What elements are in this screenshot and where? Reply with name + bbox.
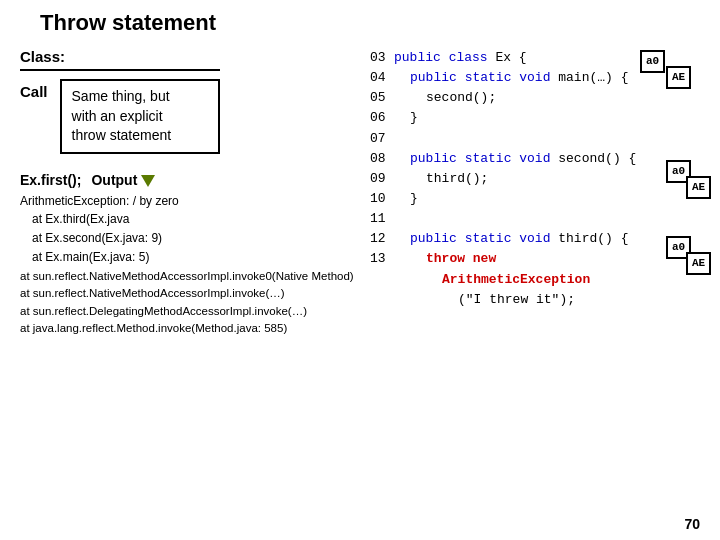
left-panel: Class: Call Same thing, but with an expl… bbox=[20, 48, 360, 337]
line-num-04: 04 bbox=[370, 68, 394, 88]
line-code-04: public static void main(…) { bbox=[394, 68, 628, 88]
line-num-07: 07 bbox=[370, 129, 394, 149]
page-number: 70 bbox=[684, 516, 700, 532]
line-code-09: third(); bbox=[394, 169, 488, 189]
code-line-09: 09 third(); bbox=[370, 169, 700, 189]
bottom-line-3: at sun.reflect.DelegatingMethodAccessorI… bbox=[20, 303, 360, 320]
ae-annotation-2: AE bbox=[686, 176, 711, 199]
class-label: Class: bbox=[20, 48, 360, 65]
call-line-1: Same thing, but bbox=[72, 88, 170, 104]
line-code-11 bbox=[394, 209, 402, 229]
call-line-2: with an explicit bbox=[72, 108, 163, 124]
code-line-13: 13 throw new bbox=[370, 249, 700, 269]
line-code-10: } bbox=[394, 189, 418, 209]
bottom-line-2: at sun.reflect.NativeMethodAccessorImpl.… bbox=[20, 285, 360, 302]
call-box: Same thing, but with an explicit throw s… bbox=[60, 79, 220, 154]
line-code-06: } bbox=[394, 108, 418, 128]
bottom-output: at sun.reflect.NativeMethodAccessorImpl.… bbox=[20, 268, 360, 337]
ex-first-label: Ex.first(); bbox=[20, 172, 81, 188]
code-line-08: 08 public static void second() { bbox=[370, 149, 700, 169]
code-block: a0 AE a0 AE a0 AE 03 public class Ex { 0… bbox=[370, 48, 700, 310]
bottom-line-1: at sun.reflect.NativeMethodAccessorImpl.… bbox=[20, 268, 360, 285]
code-line-05: 05 second(); bbox=[370, 88, 700, 108]
output-label: Output bbox=[91, 172, 137, 188]
line-code-throw-cont: ArithmeticException bbox=[394, 270, 590, 290]
output-section: ArithmeticException: / by zero at Ex.thi… bbox=[20, 192, 360, 266]
ae-annotation-1: AE bbox=[666, 66, 691, 89]
line-code-08: public static void second() { bbox=[394, 149, 652, 169]
line-code-05: second(); bbox=[394, 88, 582, 108]
line-code-03: public class Ex { bbox=[394, 48, 527, 68]
output-line-3: at Ex.second(Ex.java: 9) bbox=[20, 229, 360, 248]
code-line-throw-str: ("I threw it"); bbox=[370, 290, 700, 310]
output-line-4: at Ex.main(Ex.java: 5) bbox=[20, 248, 360, 267]
line-code-12: public static void third() { bbox=[394, 229, 644, 249]
slide-title: Throw statement bbox=[40, 10, 700, 36]
line-num-09: 09 bbox=[370, 169, 394, 189]
line-num-06: 06 bbox=[370, 108, 394, 128]
code-line-06: 06 } bbox=[370, 108, 700, 128]
bottom-line-4: at java.lang.reflect.Method.invoke(Metho… bbox=[20, 320, 360, 337]
code-line-07: 07 bbox=[370, 129, 700, 149]
ex-first-row: Ex.first(); Output bbox=[20, 172, 360, 188]
content-area: Class: Call Same thing, but with an expl… bbox=[20, 48, 700, 337]
line-code-07 bbox=[394, 129, 402, 149]
line-code-throw-str: ("I threw it"); bbox=[394, 290, 575, 310]
line-num-11: 11 bbox=[370, 209, 394, 229]
call-line-3: throw statement bbox=[72, 127, 172, 143]
code-line-10: 10 } bbox=[370, 189, 700, 209]
arrow-down-icon bbox=[141, 175, 155, 187]
call-label: Call bbox=[20, 83, 48, 100]
code-line-throw-cont: ArithmeticException bbox=[370, 270, 700, 290]
line-num-05: 05 bbox=[370, 88, 394, 108]
line-num-throw-str bbox=[370, 290, 394, 310]
line-code-13: throw new bbox=[394, 249, 496, 269]
class-line bbox=[20, 69, 220, 71]
output-line-2: at Ex.third(Ex.java bbox=[20, 210, 360, 229]
line-num-10: 10 bbox=[370, 189, 394, 209]
line-num-08: 08 bbox=[370, 149, 394, 169]
call-row: Call Same thing, but with an explicit th… bbox=[20, 79, 360, 154]
line-num-throw-cont bbox=[370, 270, 394, 290]
line-num-03: 03 bbox=[370, 48, 394, 68]
slide-container: Throw statement Class: Call Same thing, … bbox=[0, 0, 720, 540]
a0-annotation-1: a0 bbox=[640, 50, 665, 73]
output-line-1: ArithmeticException: / by zero bbox=[20, 192, 360, 211]
code-line-12: 12 public static void third() { bbox=[370, 229, 700, 249]
code-line-11: 11 bbox=[370, 209, 700, 229]
line-num-13: 13 bbox=[370, 249, 394, 269]
line-num-12: 12 bbox=[370, 229, 394, 249]
ae-annotation-3: AE bbox=[686, 252, 711, 275]
right-panel: a0 AE a0 AE a0 AE 03 public class Ex { 0… bbox=[370, 48, 700, 337]
